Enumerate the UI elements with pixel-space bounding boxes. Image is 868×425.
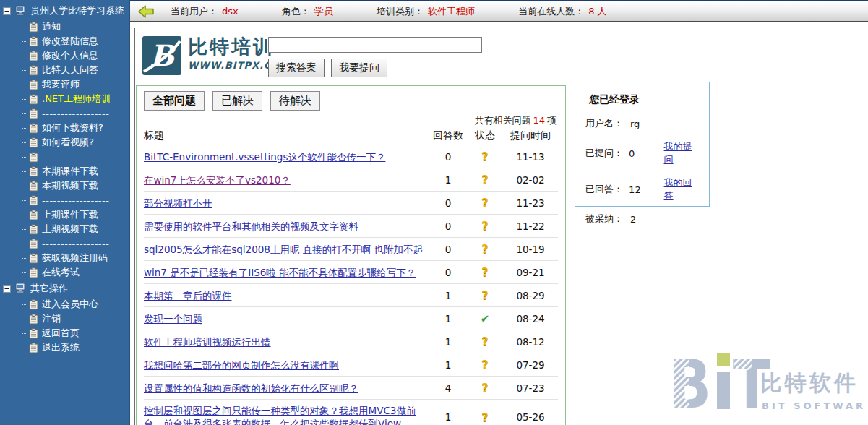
ask-question-button[interactable]: 我要提问 bbox=[331, 59, 387, 77]
clipboard-icon bbox=[29, 224, 38, 235]
clipboard-icon bbox=[29, 22, 38, 33]
status-cell: ? bbox=[467, 358, 503, 372]
table-row: 部分视频打不开 0 ? 11-23 bbox=[144, 191, 558, 214]
answer-count: 0 bbox=[429, 220, 467, 232]
clipboard-icon bbox=[29, 65, 38, 76]
clipboard-icon bbox=[29, 343, 38, 353]
question-tab[interactable]: 待解决 bbox=[270, 91, 320, 111]
sidebar-item[interactable]: 注销 bbox=[0, 312, 129, 326]
sidebar-item-label: 我要评师 bbox=[42, 78, 80, 91]
search-answers-button[interactable]: 搜索答案 bbox=[268, 59, 325, 77]
sidebar-item[interactable]: 退出系统 bbox=[0, 340, 129, 355]
status-icon: ? bbox=[481, 358, 488, 372]
sidebar-item[interactable]: 返回首页 bbox=[0, 326, 129, 340]
bit-software-watermark: B T 比特软件 BIT SOFTWARE bbox=[672, 345, 866, 421]
status-icon: ? bbox=[481, 288, 488, 302]
table-row: BitTC-Environment.vssettings这个软件能否传一下？ 0… bbox=[144, 145, 558, 168]
panel-link[interactable]: 我的回答 bbox=[664, 176, 700, 202]
top-status-bar: 当前用户：dsx 角色：学员 培训类别：软件工程师 当前在线人数：8 人 bbox=[130, 0, 868, 22]
sidebar-item[interactable]: 进入会员中心 bbox=[0, 297, 129, 312]
table-row: 我想问哈第二部分的网页制作怎么没有课件啊 1 ? 07-29 bbox=[144, 353, 558, 376]
sidebar-item[interactable]: 通知 bbox=[0, 20, 129, 34]
sidebar-item-label: 修改登陆信息 bbox=[42, 35, 98, 48]
panel-link[interactable]: 我的提问 bbox=[664, 140, 700, 166]
question-rows: BitTC-Environment.vssettings这个软件能否传一下？ 0… bbox=[144, 145, 558, 425]
status-pair: 当前用户：dsx bbox=[171, 6, 239, 17]
question-tab[interactable]: 已解决 bbox=[212, 91, 262, 111]
status-cell: ? bbox=[467, 335, 503, 348]
question-link[interactable]: sql2005怎么才能在sql2008上用呢 直接的打不开啊 也附加不起 bbox=[144, 244, 423, 255]
question-link[interactable]: 软件工程师培训视频运行出错 bbox=[144, 336, 271, 348]
question-link[interactable]: 发现一个问题 bbox=[144, 313, 202, 325]
search-input[interactable] bbox=[268, 37, 482, 53]
sidebar-item[interactable]: 如何看视频? bbox=[0, 135, 129, 150]
question-link[interactable]: 控制层和视图层之间只能传一种类型的对象？我想用MVC3做前台，前台涉及很多张表的… bbox=[144, 405, 416, 425]
panel-label: 已回答： bbox=[585, 183, 629, 196]
table-row: sql2005怎么才能在sql2008上用呢 直接的打不开啊 也附加不起 0 ?… bbox=[144, 237, 558, 260]
clipboard-icon bbox=[29, 108, 38, 119]
table-row: 需要使用的软件平台和其他相关的视频及文字资料 0 ? 11-22 bbox=[144, 214, 558, 237]
question-link[interactable]: 本期第二章后的课件 bbox=[144, 290, 232, 301]
panel-label: 已提问： bbox=[585, 147, 629, 160]
sidebar: 贵州大学比特学习系统 通知 修改登陆信息 bbox=[0, 0, 130, 425]
sidebar-item[interactable]: 如何下载资料? bbox=[0, 121, 129, 135]
question-link[interactable]: 我想问哈第二部分的网页制作怎么没有课件啊 bbox=[144, 359, 339, 371]
sidebar-item[interactable]: 修改个人信息 bbox=[0, 48, 129, 63]
sidebar-item[interactable]: 在线考试 bbox=[0, 265, 129, 280]
sidebar-item[interactable]: 我要评师 bbox=[0, 77, 129, 92]
answer-count: 0 bbox=[429, 197, 467, 209]
sidebar-item[interactable]: 上期视频下载 bbox=[0, 222, 129, 236]
status-label: 角色： bbox=[282, 6, 310, 17]
collapse-minus-icon[interactable] bbox=[3, 285, 11, 293]
table-row: 设置属性的值和构造函数的初始化有什么区别呢？ 4 ? 07-23 bbox=[144, 376, 558, 399]
question-tab[interactable]: 全部问题 bbox=[144, 91, 205, 111]
nav-tree: 贵州大学比特学习系统 通知 修改登陆信息 bbox=[0, 0, 129, 425]
question-link[interactable]: 需要使用的软件平台和其他相关的视频及文字资料 bbox=[144, 220, 358, 232]
tree-group-other: 进入会员中心 注销 返回首页 退出系统 bbox=[0, 297, 129, 355]
sidebar-item[interactable]: 修改登陆信息 bbox=[0, 34, 129, 48]
back-arrow-icon[interactable] bbox=[137, 4, 155, 19]
sidebar-item-label: ------------------ bbox=[42, 195, 109, 206]
watermark-cn-text: 比特软件 bbox=[760, 370, 859, 395]
sidebar-item[interactable]: 本期视频下载 bbox=[0, 179, 129, 193]
question-link[interactable]: 部分视频打不开 bbox=[144, 197, 212, 209]
sidebar-item[interactable]: ------------------ bbox=[0, 150, 129, 164]
sidebar-item-label: .NET工程师培训 bbox=[42, 93, 111, 106]
question-link[interactable]: win7 是不是已经装有了IIS6啦 能不能不具体配置步骤给写下？ bbox=[144, 267, 416, 278]
sidebar-item[interactable]: 上期课件下载 bbox=[0, 207, 129, 222]
bit-logo-green-square bbox=[717, 353, 730, 366]
question-title-cell: BitTC-Environment.vssettings这个软件能否传一下？ bbox=[144, 150, 429, 163]
panel-value: rg bbox=[630, 119, 666, 129]
status-pair: 当前在线人数：8 人 bbox=[518, 6, 606, 17]
sidebar-item[interactable]: .NET工程师培训 bbox=[0, 92, 129, 106]
sidebar-item[interactable]: 本期课件下载 bbox=[0, 164, 129, 179]
sidebar-item[interactable]: 获取视频注册码 bbox=[0, 251, 129, 265]
question-link[interactable]: 在win7上怎么安装不了vs2010？ bbox=[144, 174, 291, 186]
sidebar-item[interactable]: 比特天天问答 bbox=[0, 63, 129, 77]
question-title-cell: 软件工程师培训视频运行出错 bbox=[144, 335, 429, 348]
clipboard-icon bbox=[29, 267, 38, 278]
sidebar-item[interactable]: ------------------ bbox=[0, 236, 129, 251]
clipboard-icon bbox=[29, 152, 38, 163]
clipboard-icon bbox=[29, 51, 38, 61]
question-date: 08-24 bbox=[503, 313, 558, 325]
tree-root-other[interactable]: 其它操作 bbox=[0, 280, 129, 297]
status-cell: ? bbox=[467, 288, 503, 302]
clipboard-icon bbox=[29, 299, 38, 310]
count-number: 14 bbox=[533, 115, 545, 126]
tree-root-system[interactable]: 贵州大学比特学习系统 bbox=[0, 2, 129, 20]
collapse-minus-icon[interactable] bbox=[3, 7, 11, 15]
bitpx-logo-icon: B bbox=[142, 36, 181, 75]
sidebar-item[interactable]: ------------------ bbox=[0, 193, 129, 207]
answer-count: 4 bbox=[429, 382, 467, 394]
sidebar-item-label: 本期课件下载 bbox=[42, 165, 98, 178]
sidebar-item[interactable]: ------------------ bbox=[0, 106, 129, 121]
panel-value: 12 bbox=[629, 184, 663, 195]
question-link[interactable]: 设置属性的值和构造函数的初始化有什么区别呢？ bbox=[144, 382, 358, 394]
status-icon: ? bbox=[481, 196, 488, 210]
answer-count: 1 bbox=[429, 336, 467, 348]
status-cell: ? bbox=[467, 381, 503, 395]
question-link[interactable]: BitTC-Environment.vssettings这个软件能否传一下？ bbox=[144, 151, 385, 163]
status-label: 当前在线人数： bbox=[518, 6, 584, 17]
status-cell: ? bbox=[467, 219, 503, 233]
